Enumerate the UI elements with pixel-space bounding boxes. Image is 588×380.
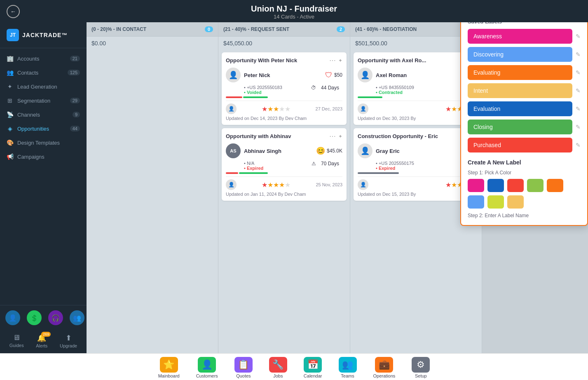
card-progress [226,96,342,98]
label-edit-icon-awareness[interactable]: ✎ [576,33,581,40]
days-icon: ⚠ [312,161,316,167]
color-option-6[interactable] [487,195,504,209]
label-edit-icon-evaluating[interactable]: ✎ [576,69,581,76]
color-option-0[interactable] [468,179,484,192]
color-option-4[interactable] [547,179,563,192]
label-edit-icon-purchased[interactable]: ✎ [576,142,581,148]
nav-item-customers[interactable]: 👤 Customers [196,357,218,378]
progress-segment [239,172,268,174]
label-row-discovering: Discovering ✎ [468,47,581,62]
sidebar-footer-icon-4: 👥 [70,310,84,325]
sidebar-footer-icon-2: 💲 [27,310,42,325]
col-amount-col2: $45,050.00 [218,37,350,50]
label-button-evaluation[interactable]: Evaluation [468,101,572,116]
label-row-evaluation: Evaluation ✎ [468,101,581,116]
nav-item-setup[interactable]: ⚙ Setup [412,357,430,378]
nav-icon-jobs: 🔧 [269,357,287,373]
label-panel: 🏷 Add Labels Saved Labels Awareness ✎ Di… [460,22,588,226]
col-header-col2: (21 - 40)% - REQUEST SENT 2 [218,22,350,37]
nav-item-calendar[interactable]: 📅 Calendar [304,357,322,378]
bottom-nav: ⭐ Mainboard 👤 Customers 📋 Quotes 🔧 Jobs … [0,353,588,380]
star-icon: ★ [451,181,457,188]
sidebar-item-label: Segmentation [17,98,50,104]
nav-item-quotes[interactable]: 📋 Quotes [234,357,253,378]
card-person-row: 👤 Peter Nick 🛡 $50 [226,68,342,82]
guides-label: Guides [9,343,24,348]
card-bottom: 👤 ★★★★★ [358,176,474,190]
logo-text: JACKTRADE™ [22,32,68,38]
card-updated: Updated on Jan 11, 2024 By Dev Cham [226,192,342,197]
nav-label-calendar: Calendar [304,373,322,378]
sidebar-item-opportunities[interactable]: ◈ Opportunities 44 [0,122,87,136]
star-icon: ★ [262,181,267,188]
sidebar-item-contacts[interactable]: 👥 Contacts 125 [0,66,87,80]
sidebar-item-accounts[interactable]: 🏢 Accounts 21 [0,52,87,66]
sidebar-item-left: 📡 Channels [7,111,40,118]
label-button-evaluating[interactable]: Evaluating [468,65,572,80]
sidebar-footer-upgrade[interactable]: ⬆ Upgrade [60,333,77,348]
sidebar-item-label: Campaigns [17,154,45,160]
create-label-title: Create A New Label [468,159,581,166]
card-status-label: • Voided [244,90,262,95]
label-button-intent[interactable]: Intent [468,83,572,98]
color-option-5[interactable] [468,195,484,209]
nav-icon-calendar: 📅 [304,357,322,373]
back-button[interactable]: ← [7,5,20,18]
card-move-icon[interactable]: ✦ [338,134,342,139]
card-user-avatar: 👤 [226,103,237,114]
contacts-icon: 👥 [7,69,13,76]
card-menu-icon[interactable]: ⋯ [329,56,336,64]
sidebar-footer-icon-3: 🎧 [48,310,63,325]
label-button-closing[interactable]: Closing [468,120,572,134]
color-option-7[interactable] [507,195,524,209]
main-layout: JT JACKTRADE™ 🏢 Accounts 21 👥 Contacts 1… [0,22,588,353]
col-header-col1: (0 - 20)% - IN CONTACT 0 [87,22,218,37]
label-button-purchased[interactable]: Purchased [468,138,572,152]
card-menu-icon[interactable]: ⋯ [329,132,336,140]
label-edit-icon-intent[interactable]: ✎ [576,87,581,94]
kanban-cards-col1 [87,50,218,353]
color-option-2[interactable] [507,179,524,192]
star-empty-icon: ★ [285,181,290,188]
label-button-discovering[interactable]: Discovering [468,47,572,62]
sidebar-item-design-templates[interactable]: 🎨 Design Templates [0,136,87,150]
card-detail: • +US 2025550183 ⏱44 Days [226,85,342,90]
sidebar-footer-guides[interactable]: 🖥 Guides [9,333,24,348]
label-button-awareness[interactable]: Awareness [468,29,572,44]
kanban-col-col1: (0 - 20)% - IN CONTACT 0 $0.00 [87,22,218,353]
sidebar-item-segmentation[interactable]: ⊞ Segmentation 29 [0,94,87,108]
nav-item-jobs[interactable]: 🔧 Jobs [269,357,287,378]
card-person-info: Peter Nick [244,72,322,78]
sidebar-item-channels[interactable]: 📡 Channels 9 [0,108,87,122]
sidebar-item-campaigns[interactable]: 📢 Campaigns [0,150,87,164]
card-progress [358,96,474,98]
card-phone: • +US 8435550109 [376,85,414,90]
nav-item-operations[interactable]: 💼 Operations [373,357,396,378]
sidebar-footer-icons: 👤 💲 🎧 👥 [2,310,84,325]
card-amount: $50 [334,72,342,78]
sidebar-footer: 👤 💲 🎧 👥 [0,305,87,330]
card-move-icon[interactable]: ✦ [338,58,342,63]
sidebar: JT JACKTRADE™ 🏢 Accounts 21 👥 Contacts 1… [0,22,87,353]
card-detail: • N/A ⚠70 Days [226,161,342,166]
card-amount-area: 😊 $45.0K [316,146,342,155]
label-edit-icon-closing[interactable]: ✎ [576,124,581,130]
person-avatar: 👤 [358,68,372,82]
card-title: Construction Opportunity - Eric [358,133,438,139]
card-person-row: 👤 Axel Roman [358,68,474,82]
label-edit-icon-evaluation[interactable]: ✎ [576,106,581,112]
col-badge-col1: 0 [205,26,213,32]
kanban-card: Opportunity with Axel Ro... ⋯ ✦ 👤 Axel R… [354,52,478,125]
sidebar-footer-alerts[interactable]: 🔔 269 Alerts [36,333,47,348]
card-amount-area: 🛡 $50 [325,71,342,80]
card-user-avatar: 👤 [358,179,368,190]
color-option-1[interactable] [487,179,504,192]
amount-icon: 🛡 [325,71,333,80]
nav-item-mainboard[interactable]: ⭐ Mainboard [158,357,180,378]
color-option-3[interactable] [527,179,543,192]
sidebar-item-lead-generation[interactable]: ✦ Lead Generation [0,80,87,94]
label-edit-icon-discovering[interactable]: ✎ [576,51,581,58]
upgrade-icon: ⬆ [66,333,72,342]
nav-item-teams[interactable]: 👥 Teams [339,357,357,378]
card-user-avatar: 👤 [226,179,237,190]
